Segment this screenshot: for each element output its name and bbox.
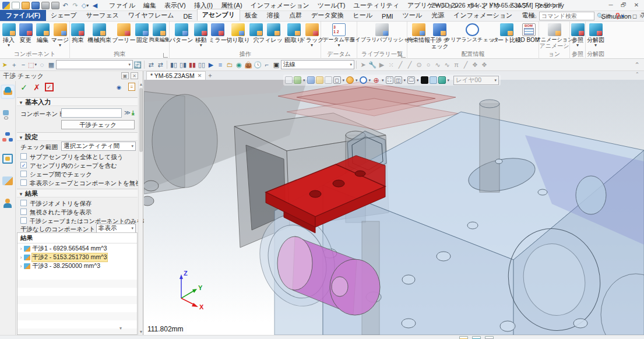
home-icon[interactable]: ⌂ — [533, 13, 537, 19]
show-ignored-checkbox[interactable] — [20, 209, 27, 215]
section-results[interactable]: ▼結果 — [17, 189, 138, 197]
align-top-icon[interactable]: ▮▮ — [188, 60, 197, 69]
expand-selection-icon[interactable]: ≫ — [124, 109, 131, 116]
menu-utilities[interactable]: ユーティリティ — [349, 1, 403, 10]
user-session-icon[interactable] — [2, 197, 14, 210]
part-compare-button[interactable]: パート比較 — [494, 22, 519, 50]
mirror-button[interactable]: ミラー — [209, 22, 227, 50]
regen-icon[interactable]: ◇▾ — [81, 2, 89, 9]
ribbon-tab-de[interactable]: DE — [178, 12, 196, 21]
square-icon[interactable]: ▣ — [272, 60, 281, 69]
include-shapes-checkbox[interactable] — [20, 162, 27, 168]
section-basic-input[interactable]: ▼基本入力 — [17, 97, 138, 106]
split-view-icon[interactable]: ◫ — [395, 76, 402, 84]
select-cursor-icon[interactable]: ➤ — [0, 60, 9, 69]
menu-edit[interactable]: 編集 — [139, 1, 160, 10]
clearance-check-button[interactable]: クリアランスチェック — [450, 22, 494, 50]
cancel-button[interactable]: ✗ — [32, 83, 41, 92]
viewport-collapse-icon[interactable]: ⌃ — [635, 72, 639, 77]
render-mode-icon[interactable] — [294, 76, 301, 84]
open-file-icon[interactable] — [22, 2, 30, 9]
chamfer-button[interactable]: 面取り — [285, 22, 303, 50]
doc-minimize-icon[interactable]: − — [627, 13, 630, 19]
rotate-target-icon[interactable]: ⊕ — [372, 76, 380, 84]
taskbar-thumb-3-icon[interactable] — [485, 336, 494, 339]
background-blue-icon[interactable] — [430, 76, 437, 84]
assembly-manager-icon[interactable] — [2, 86, 14, 98]
shade-sphere-icon[interactable] — [346, 76, 354, 84]
move-view-icon[interactable] — [307, 76, 315, 84]
constraint-info-button[interactable]: 拘束情報 — [407, 22, 430, 50]
doc-restore-icon[interactable]: ◻ — [632, 13, 637, 19]
panel-bottom-dropdown-icon[interactable]: ▾ — [119, 326, 122, 331]
globe-icon[interactable]: ◉ — [234, 60, 244, 69]
result-row-3[interactable]: ›干渉3 - 38.250000 mm^3 — [18, 262, 136, 270]
hierarchy-icon[interactable] — [2, 131, 14, 143]
panel-close-icon[interactable]: ✕ — [131, 72, 138, 79]
display-monitor-icon[interactable]: 🖵 — [407, 76, 415, 84]
shape-check-checkbox[interactable] — [20, 171, 27, 177]
filter-combo[interactable]: 法線▾ — [281, 60, 354, 69]
library-publisher-button[interactable]: ライブラリパブリッシャー — [358, 22, 407, 50]
pan-icon[interactable] — [325, 76, 332, 84]
remove-selection-icon[interactable]: − — [19, 60, 28, 69]
bag-icon[interactable]: 👜 — [244, 60, 253, 69]
menu-view[interactable]: 表示(V) — [160, 1, 190, 10]
assembly-tree-icon[interactable] — [2, 109, 14, 121]
component-input[interactable] — [61, 108, 122, 118]
ribbon-tab-inquire[interactable]: インフォメーション — [449, 10, 517, 21]
new-file-icon[interactable] — [12, 2, 20, 9]
ribbon-tab-file[interactable]: ファイル(F) — [0, 10, 46, 21]
no-interference-combo[interactable]: 非表示▾ — [96, 224, 136, 233]
interference-check-run-button[interactable]: 干渉チェック — [61, 120, 135, 129]
ribbon-tab-pmi[interactable]: PMI — [377, 12, 398, 21]
print-plus-icon[interactable] — [51, 2, 59, 9]
settings-gear-icon[interactable]: ⚙ — [607, 13, 612, 19]
merge-button[interactable]: マージ▾ — [51, 22, 69, 50]
view-window-icon[interactable] — [2, 153, 14, 165]
doc-close-icon[interactable]: × — [639, 13, 643, 19]
background-black-icon[interactable] — [421, 76, 428, 84]
document-tab[interactable]: * YM-65.Z3ASM✕ — [146, 71, 206, 80]
modify-button[interactable]: 変更 — [17, 22, 34, 50]
save-geometry-checkbox[interactable] — [20, 200, 27, 206]
zoom-fit-icon[interactable]: ⛶ — [386, 76, 393, 84]
doc-icon[interactable]: ≡ — [128, 83, 135, 91]
pattern-button[interactable]: パターン — [170, 22, 193, 50]
move-button[interactable]: 移動▾ — [193, 22, 209, 50]
ribbon-tab-weld[interactable]: 溶接 — [262, 10, 284, 21]
reference-button[interactable]: 参照▾ — [570, 22, 585, 50]
zoom-box-icon[interactable] — [316, 76, 323, 84]
ribbon-tab-surface[interactable]: サーフェス — [82, 10, 124, 21]
ribbon-tab-heal[interactable]: ヒール — [349, 10, 378, 21]
ribbon-tab-sheetmetal[interactable]: 板金 — [240, 10, 262, 21]
align-bottom-icon[interactable]: ▯▯ — [197, 60, 206, 69]
play-icon[interactable]: ▶ — [206, 60, 216, 69]
undo-icon[interactable]: ↶ — [61, 2, 69, 9]
drag-button[interactable]: ドラッグ▾ — [303, 22, 321, 50]
pick-region-icon[interactable]: ⬚▾ — [28, 60, 37, 69]
constraint-dialog-launcher-icon[interactable] — [163, 53, 168, 58]
ribbon-collapse-icon[interactable]: ⌃ — [632, 60, 642, 69]
restore-button[interactable]: 🗗 — [617, 0, 630, 10]
menu-tools[interactable]: ツール(T) — [314, 1, 350, 10]
insert-button[interactable]: 挿入▾ — [1, 22, 17, 50]
swap2-icon[interactable]: ⇄ — [156, 60, 165, 69]
new-tab-icon[interactable]: ＋ — [206, 71, 214, 80]
pick-from-list-icon[interactable]: ⤓ — [132, 109, 135, 116]
layer-combo[interactable]: レイヤ00▾ — [453, 76, 499, 85]
rollback-icon[interactable]: ◀ — [91, 2, 99, 9]
ribbon-tab-tools[interactable]: ツール — [398, 10, 427, 21]
ignore-hidden-checkbox[interactable] — [20, 179, 27, 186]
bom-button[interactable]: BOM3D BOM — [519, 22, 539, 50]
viewport[interactable]: Z Y X 111.802mm — [144, 80, 644, 335]
apply-checkbox-icon[interactable]: ✓ — [45, 83, 54, 91]
panel-pin-icon[interactable]: ▣ — [121, 72, 129, 79]
subassembly-checkbox[interactable] — [20, 153, 27, 160]
show-only-interfering-checkbox[interactable] — [20, 217, 27, 224]
constraint-button[interactable]: 拘束 — [70, 22, 86, 50]
ribbon-tab-assembly[interactable]: アセンブリ — [197, 9, 240, 21]
folder-icon[interactable]: 🗀 — [225, 60, 234, 69]
list-icon[interactable]: ≡ — [216, 60, 225, 69]
align-left-icon[interactable]: ▮▯ — [169, 60, 178, 69]
